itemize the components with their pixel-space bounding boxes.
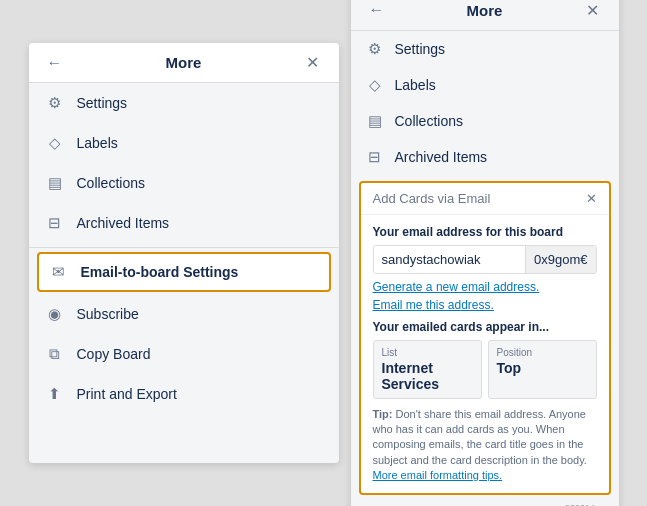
subscribe-icon-left: ◉ xyxy=(45,304,65,324)
collections-icon-left: ▤ xyxy=(45,173,65,193)
modal-header: Add Cards via Email ✕ xyxy=(361,183,609,215)
labels-icon-left: ◇ xyxy=(45,133,65,153)
tip-body: Don't share this email address. Anyone w… xyxy=(373,408,587,466)
settings-icon-left: ⚙ xyxy=(45,93,65,113)
modal-title: Add Cards via Email xyxy=(373,191,491,206)
menu-item-subscribe-left[interactable]: ◉ Subscribe xyxy=(29,294,339,334)
copy-board-icon-left: ⧉ xyxy=(45,344,65,364)
back-icon-left[interactable]: ← xyxy=(43,54,67,72)
add-cards-modal: Add Cards via Email ✕ Your email address… xyxy=(359,181,611,496)
list-option-label: List xyxy=(382,347,473,358)
modal-close-icon[interactable]: ✕ xyxy=(586,191,597,206)
left-panel-title: More xyxy=(67,54,301,71)
tip-text: Tip: Don't share this email address. Any… xyxy=(373,407,597,484)
back-icon-right[interactable]: ← xyxy=(365,1,389,19)
email-username: sandystachowiak xyxy=(374,246,526,273)
position-option[interactable]: Position Top xyxy=(488,340,597,399)
email-icon-left: ✉ xyxy=(49,262,69,282)
labels-label-right: Labels xyxy=(395,77,436,93)
settings-icon-right: ⚙ xyxy=(365,39,385,59)
labels-icon-right: ◇ xyxy=(365,75,385,95)
print-export-label-left: Print and Export xyxy=(77,386,177,402)
menu-item-archived-left[interactable]: ⊟ Archived Items xyxy=(29,203,339,243)
menu-item-settings-left[interactable]: ⚙ Settings xyxy=(29,83,339,123)
tip-link[interactable]: More email formatting tips. xyxy=(373,469,503,481)
left-panel-header: ← More ✕ xyxy=(29,43,339,83)
tip-label: Tip: xyxy=(373,408,393,420)
email-address-box: sandystachowiak 0x9gom€ xyxy=(373,245,597,274)
archived-label-left: Archived Items xyxy=(77,215,170,231)
menu-item-settings-right[interactable]: ⚙ Settings xyxy=(351,31,619,67)
collections-icon-right: ▤ xyxy=(365,111,385,131)
menu-item-collections-right[interactable]: ▤ Collections xyxy=(351,103,619,139)
right-panel-title: More xyxy=(389,2,581,19)
archived-icon-left: ⊟ xyxy=(45,213,65,233)
menu-item-email-board-left[interactable]: ✉ Email-to-board Settings xyxy=(37,252,331,292)
collections-label-right: Collections xyxy=(395,113,463,129)
menu-item-archived-right[interactable]: ⊟ Archived Items xyxy=(351,139,619,175)
labels-label-left: Labels xyxy=(77,135,118,151)
divider-left xyxy=(29,247,339,248)
settings-label-right: Settings xyxy=(395,41,446,57)
settings-label-left: Settings xyxy=(77,95,128,111)
left-panel: ← More ✕ ⚙ Settings ◇ Labels ▤ Collectio… xyxy=(29,43,339,463)
card-options: List Internet Services Position Top xyxy=(373,340,597,399)
right-panel-header: ← More ✕ xyxy=(351,0,619,31)
menu-item-copy-board-left[interactable]: ⧉ Copy Board xyxy=(29,334,339,374)
email-section-label: Your email address for this board xyxy=(373,225,597,239)
email-hash: 0x9gom€ xyxy=(525,246,595,273)
list-option[interactable]: List Internet Services xyxy=(373,340,482,399)
email-me-link[interactable]: Email me this address. xyxy=(373,298,597,312)
subscribe-label-left: Subscribe xyxy=(77,306,139,322)
right-panel: ← More ✕ ⚙ Settings ◇ Labels ▤ Collectio… xyxy=(351,0,619,506)
menu-item-collections-left[interactable]: ▤ Collections xyxy=(29,163,339,203)
copy-board-label-left: Copy Board xyxy=(77,346,151,362)
generate-email-link[interactable]: Generate a new email address. xyxy=(373,280,597,294)
appears-label: Your emailed cards appear in... xyxy=(373,320,597,334)
list-option-value: Internet Services xyxy=(382,360,473,392)
menu-item-labels-right[interactable]: ◇ Labels xyxy=(351,67,619,103)
archived-icon-right: ⊟ xyxy=(365,147,385,167)
menu-item-labels-left[interactable]: ◇ Labels xyxy=(29,123,339,163)
position-option-label: Position xyxy=(497,347,588,358)
close-icon-right[interactable]: ✕ xyxy=(581,1,605,20)
modal-body: Your email address for this board sandys… xyxy=(361,215,609,494)
watermark: www.989214.com xyxy=(351,501,619,506)
archived-label-right: Archived Items xyxy=(395,149,488,165)
email-board-label-left: Email-to-board Settings xyxy=(81,264,239,280)
menu-item-print-export-left[interactable]: ⬆ Print and Export xyxy=(29,374,339,414)
collections-label-left: Collections xyxy=(77,175,145,191)
position-option-value: Top xyxy=(497,360,588,376)
close-icon-left[interactable]: ✕ xyxy=(301,53,325,72)
print-export-icon-left: ⬆ xyxy=(45,384,65,404)
